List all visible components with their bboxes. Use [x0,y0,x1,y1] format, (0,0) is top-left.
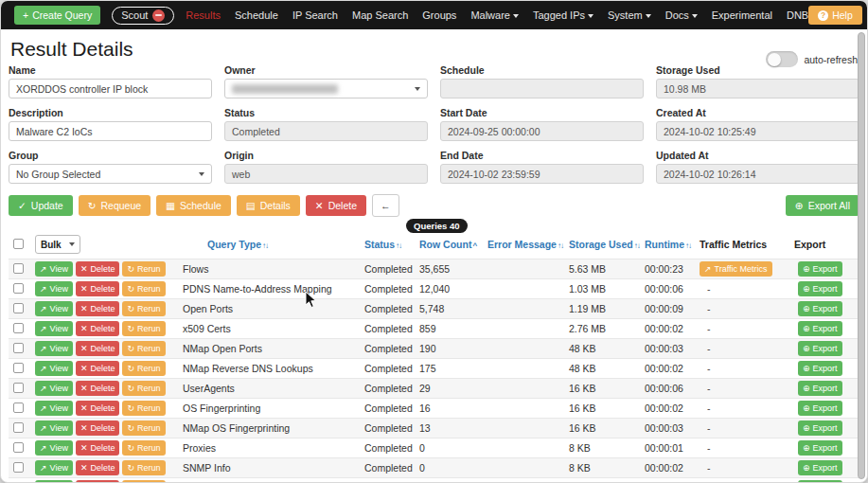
nav-item-scout[interactable]: Scout [112,7,174,25]
row-checkbox[interactable] [13,283,24,294]
delete-button[interactable]: ✕Delete [76,281,120,296]
delete-button[interactable]: ✕Delete [76,381,120,396]
rerun-button[interactable]: ↻Rerun [122,341,165,356]
traffic-metrics-button[interactable]: ↗Traffic Metrics [700,261,772,277]
table-row: ↗View✕Delete↻RerunSSH InfoCompleted08 KB… [9,478,861,483]
nav-item-tagged-ips[interactable]: Tagged IPs [533,9,593,21]
delete-button[interactable]: ✕Delete [76,321,120,336]
view-button[interactable]: ↗View [35,401,73,416]
nav-item-malware[interactable]: Malware [470,9,519,21]
field-owner-select[interactable] [224,79,428,98]
delete-button[interactable]: ✕Delete [76,440,120,456]
field-description-input[interactable]: Malware C2 IoCs [9,121,212,141]
nav-item-system[interactable]: System [608,9,651,21]
export-button[interactable]: ⊕Export [798,341,842,356]
export-button[interactable]: ⊕Export [798,301,842,316]
row-checkbox[interactable] [13,402,24,413]
help-button[interactable]: ? Help [808,6,862,25]
rerun-button[interactable]: ↻Rerun [122,281,165,296]
export-button[interactable]: ⊕Export [798,401,842,416]
rerun-button[interactable]: ↻Rerun [122,440,165,456]
field-group-select[interactable]: No Group Selected [9,164,212,184]
nav-item-groups[interactable]: Groups [422,9,456,21]
view-button[interactable]: ↗View [35,321,73,336]
column-header-row-count[interactable]: Row Count^ [417,232,486,259]
export-button[interactable]: ⊕Export [798,281,842,296]
column-header-storage-used[interactable]: Storage Used↑↓ [567,232,643,259]
view-button[interactable]: ↗View [35,460,73,475]
scrollbar-thumb[interactable] [858,32,865,479]
delete-button[interactable]: ✕Delete [76,401,120,416]
export-button[interactable]: ⊕Export [798,361,842,376]
column-header-runtime[interactable]: Runtime↑↓ [643,232,698,259]
back-button[interactable]: ← [372,194,399,217]
field-name-input[interactable]: XORDDOS controller IP block [9,79,212,98]
export-cell: ⊕Export [792,438,861,458]
select-all-checkbox[interactable] [13,239,24,249]
rerun-button[interactable]: ↻Rerun [122,401,165,416]
export-cell: ⊕Export [792,458,861,478]
nav-item-results[interactable]: Results [186,9,221,21]
export-button[interactable]: ⊕Export [798,420,842,436]
nav-item-ip-search[interactable]: IP Search [292,9,338,21]
row-checkbox[interactable] [13,263,24,274]
vertical-scrollbar[interactable] [858,32,865,479]
row-checkbox[interactable] [13,343,24,353]
delete-button[interactable]: ✕Delete [306,195,366,216]
view-button[interactable]: ↗View [35,301,73,316]
column-header-query-type[interactable]: Query Type↑↓ [181,232,363,259]
view-button[interactable]: ↗View [35,361,73,376]
delete-button[interactable]: ✕Delete [76,341,120,356]
view-button[interactable]: ↗View [35,420,73,436]
view-button[interactable]: ↗View [35,281,73,296]
bulk-action-select[interactable]: Bulk [35,235,80,254]
nav-item-dnb[interactable]: DNB [787,9,808,21]
column-header-status[interactable]: Status↑↓ [363,232,417,259]
view-button[interactable]: ↗View [35,341,73,356]
rerun-button[interactable]: ↻Rerun [122,321,165,336]
delete-button[interactable]: ✕Delete [76,460,120,475]
delete-button[interactable]: ✕Delete [76,301,120,316]
export-button[interactable]: ⊕Export [798,321,842,336]
view-button[interactable]: ↗View [35,261,73,277]
row-checkbox[interactable] [13,422,24,433]
column-header-error-message[interactable]: Error Message↑↓ [486,232,567,259]
update-button[interactable]: ✓Update [9,195,73,216]
delete-button[interactable]: ✕Delete [76,361,120,376]
chevron-down-icon [646,14,651,18]
nav-item-schedule[interactable]: Schedule [235,9,278,21]
details-button[interactable]: ▤Details [237,195,300,216]
requeue-button[interactable]: ↻Requeue [79,195,151,216]
x-icon: ✕ [80,403,88,413]
rerun-button[interactable]: ↻Rerun [122,301,165,316]
row-checkbox[interactable] [13,303,24,313]
nav-item-docs[interactable]: Docs [665,9,698,21]
runtime-cell: 00:00:02 [643,319,698,339]
delete-button[interactable]: ✕Delete [76,420,120,436]
create-query-button[interactable]: + Create Query [14,6,100,25]
rerun-button[interactable]: ↻Rerun [122,361,165,376]
nav-item-map-search[interactable]: Map Search [352,9,408,21]
rerun-button[interactable]: ↻Rerun [122,381,165,396]
row-checkbox[interactable] [13,442,24,453]
field-label-schedule: Schedule [440,64,644,76]
export-all-button[interactable]: ⊕Export All [786,195,859,216]
rerun-button[interactable]: ↻Rerun [122,420,165,436]
export-button[interactable]: ⊕Export [798,440,842,456]
schedule-button[interactable]: ▦Schedule [156,195,231,216]
nav-item-experimental[interactable]: Experimental [712,9,772,21]
view-button[interactable]: ↗View [35,440,73,456]
auto-refresh-toggle[interactable] [766,51,798,67]
row-checkbox[interactable] [13,383,24,393]
rerun-button[interactable]: ↻Rerun [122,261,165,277]
rerun-button[interactable]: ↻Rerun [122,460,165,475]
delete-button[interactable]: ✕Delete [76,261,120,277]
export-button[interactable]: ⊕Export [798,460,842,475]
export-button[interactable]: ⊕Export [798,381,842,396]
row-checkbox[interactable] [13,363,24,373]
row-checkbox[interactable] [13,323,24,333]
view-button[interactable]: ↗View [35,381,73,396]
row-checkbox[interactable] [13,462,24,473]
export-button[interactable]: ⊕Export [798,261,842,277]
auto-refresh-label: auto-refresh [804,54,858,65]
